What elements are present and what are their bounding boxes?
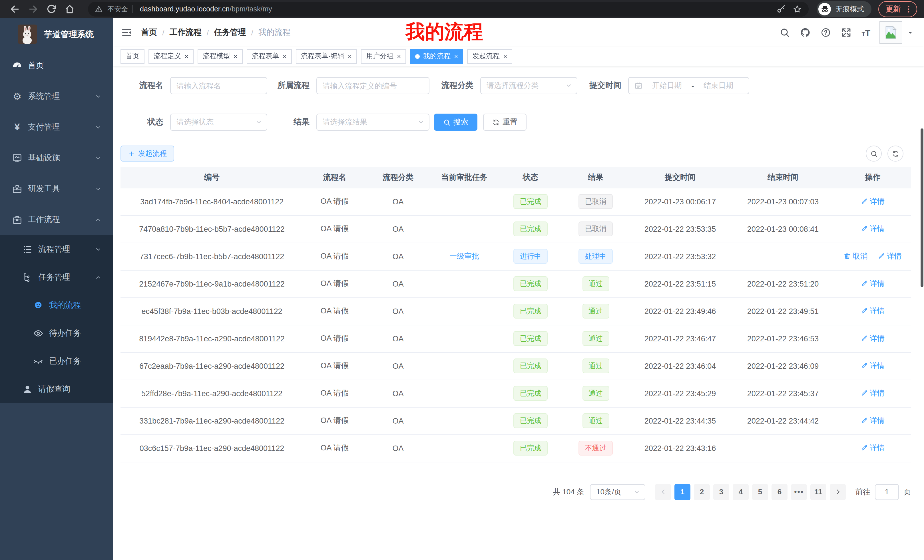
detail-action[interactable]: 详情 [861,388,885,398]
detail-action[interactable]: 详情 [861,361,885,371]
page-button[interactable]: ••• [791,484,807,500]
view-tab[interactable]: 我的流程 × [410,49,463,64]
browser-home-icon[interactable] [64,4,75,14]
avatar[interactable] [879,21,902,44]
tab-close-icon[interactable]: × [454,53,458,60]
page-button[interactable]: 1 [675,484,690,500]
github-icon[interactable] [800,27,810,38]
fullscreen-icon[interactable] [841,27,851,38]
pen-icon [861,389,868,397]
chevron-left-icon [659,488,667,496]
refresh-table-button[interactable] [888,145,903,162]
process-name-input[interactable] [170,77,267,94]
page-size-select[interactable]: 10条/页 [590,484,645,500]
browser-menu-kebab-icon[interactable] [904,4,913,14]
sidebar-item[interactable]: 基础设施 [0,143,113,174]
breadcrumb-item[interactable]: 首页 [141,27,157,38]
sidebar-item[interactable]: ¥ 支付管理 [0,112,113,143]
view-tab[interactable]: 流程定义 × [148,49,194,64]
header-search-icon[interactable] [779,27,789,38]
column-header: 编号 [120,167,303,188]
detail-action[interactable]: 详情 [861,416,885,426]
refresh-icon [492,118,500,126]
detail-action[interactable]: 详情 [878,251,902,262]
breadcrumb-item[interactable]: 我的流程 [258,27,290,38]
sidebar-item[interactable]: 已办任务 [0,347,113,375]
goto-page-input[interactable] [875,484,899,500]
process-category-select[interactable]: 请选择流程分类 [480,77,578,94]
detail-action[interactable]: 详情 [861,224,885,234]
detail-action[interactable]: 详情 [861,306,885,316]
browser-back-icon[interactable] [10,4,20,14]
cancel-action[interactable]: 取消 [843,251,867,262]
breadcrumb-item[interactable]: 工作流程 [170,27,202,38]
tab-close-icon[interactable]: × [234,53,238,60]
next-page-button[interactable] [830,484,846,500]
view-tab[interactable]: 首页 [120,49,144,64]
help-icon[interactable] [820,27,831,38]
prev-page-button[interactable] [655,484,671,500]
search-button[interactable]: 搜索 [434,114,477,131]
show-search-toggle-button[interactable] [866,145,882,162]
browser-forward-icon[interactable] [28,4,38,14]
tab-close-icon[interactable]: × [283,53,286,60]
detail-action[interactable]: 详情 [861,333,885,344]
sidebar-item[interactable]: 我的流程 [0,291,113,319]
result-select[interactable]: 请选择流结果 [316,114,429,131]
result-badge: 已取消 [579,194,613,209]
process-definition-input[interactable] [316,77,429,94]
page-button[interactable]: 4 [733,484,748,500]
sidebar-item[interactable]: 首页 [0,50,113,81]
sidebar-item[interactable]: 流程管理 [0,235,113,263]
password-key-icon[interactable] [777,4,786,14]
cell-end-time: 2022-01-22 23:49:51 [732,297,834,325]
avatar-caret-icon[interactable] [907,29,914,36]
view-tab[interactable]: 用户分组 × [361,49,406,64]
view-tab[interactable]: 发起流程 × [467,49,512,64]
sidebar-collapse-icon[interactable] [121,27,132,38]
create-process-button[interactable]: 发起流程 [120,145,174,162]
page-button[interactable]: 11 [810,484,826,500]
not-secure-label[interactable]: 不安全 [107,4,128,14]
sidebar-item[interactable]: 研发工具 [0,174,113,204]
result-badge: 处理中 [579,249,613,264]
detail-action[interactable]: 详情 [861,196,885,207]
reset-button[interactable]: 重置 [483,114,526,131]
sidebar-item[interactable]: 请假查询 [0,375,113,403]
url-bar[interactable]: 不安全 dashboard.yudao.iocoder.cn /bpm/task… [88,2,808,16]
result-label: 结果 [270,117,309,127]
tab-close-icon[interactable]: × [397,53,401,60]
current-task-link[interactable]: 一级审批 [449,251,479,262]
view-tab[interactable]: 流程表单-编辑 × [296,49,357,64]
page-button[interactable]: 6 [771,484,788,500]
sidebar-item[interactable]: ⚙ 系统管理 [0,81,113,112]
detail-action[interactable]: 详情 [861,443,885,453]
tab-close-icon[interactable]: × [184,53,189,60]
sidebar-item[interactable]: 待办任务 [0,319,113,347]
view-tab[interactable]: 流程表单 × [247,49,292,64]
detail-action[interactable]: 详情 [861,279,885,289]
cell-submit-time: 2022-01-22 23:43:16 [629,434,732,462]
view-tab[interactable]: 流程模型 × [198,49,243,64]
page-button[interactable]: 2 [694,484,710,500]
font-size-icon[interactable]: TT [861,28,870,37]
status-select[interactable]: 请选择状态 [170,114,267,131]
not-secure-icon[interactable] [95,5,103,13]
page-button[interactable]: 3 [713,484,729,500]
submit-time-range-picker[interactable]: 开始日期 - 结束日期 [628,77,749,94]
annotation-overlay: 我的流程 [405,19,483,45]
page-button[interactable]: 5 [752,484,768,500]
app-logo[interactable]: 芋道管理系统 [0,18,113,50]
bookmark-star-icon[interactable] [793,4,802,14]
sidebar-item[interactable]: 任务管理 [0,263,113,291]
tab-label: 发起流程 [472,51,500,61]
chevron-icon [95,93,102,100]
tab-close-icon[interactable]: × [348,53,352,60]
sidebar-item[interactable]: 工作流程 [0,204,113,235]
chrome-update-button[interactable]: 更新 [878,1,917,17]
cell-category: OA [366,297,430,325]
cell-process-name: OA 请假 [303,243,366,270]
browser-reload-icon[interactable] [46,4,57,14]
tab-close-icon[interactable]: × [503,53,507,60]
breadcrumb-item[interactable]: 任务管理 [214,27,246,38]
